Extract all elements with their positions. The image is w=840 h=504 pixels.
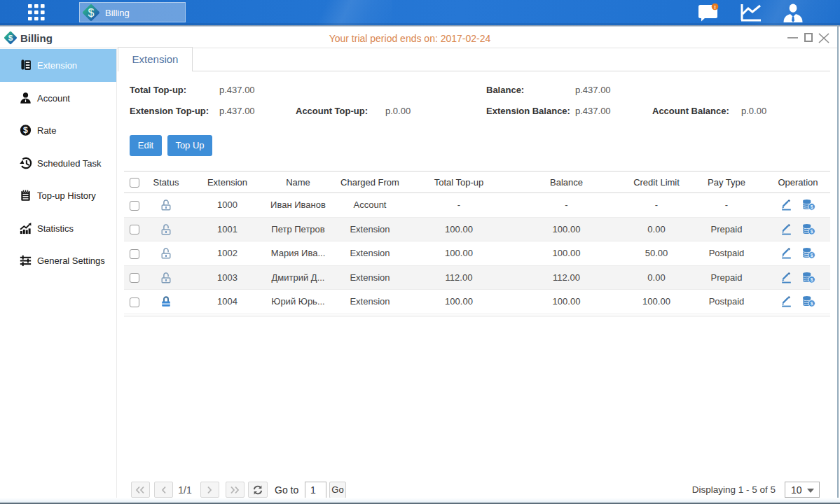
svg-text:$: $ xyxy=(811,253,813,258)
svg-text:$: $ xyxy=(811,301,813,307)
svg-text:$: $ xyxy=(23,126,28,136)
svg-text:$: $ xyxy=(811,204,813,210)
svg-text:$: $ xyxy=(811,229,813,234)
svg-text:!: ! xyxy=(714,4,716,10)
svg-text:$: $ xyxy=(88,7,95,19)
svg-text:$: $ xyxy=(811,277,813,283)
